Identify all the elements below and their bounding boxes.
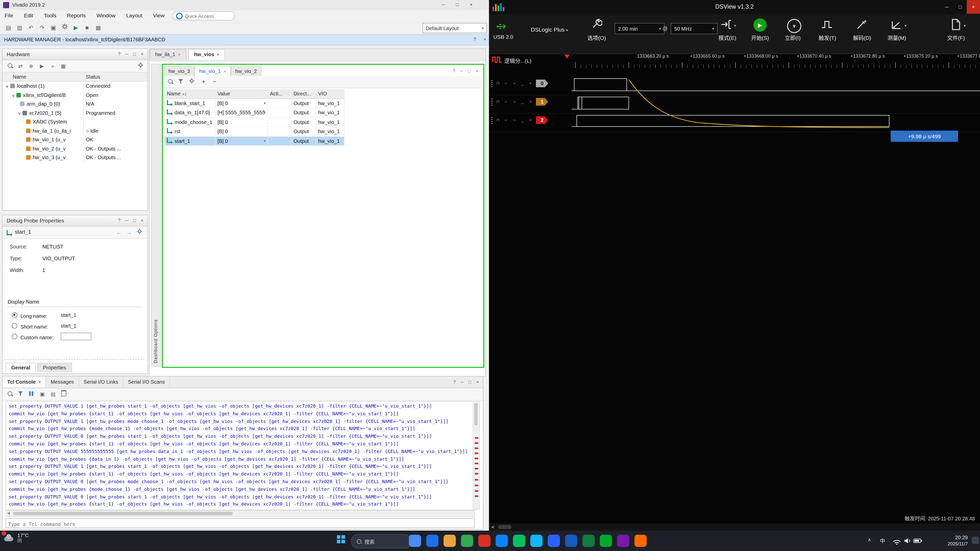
value-dropdown-icon[interactable]: ▾ [264,108,266,117]
radio-icon[interactable] [12,333,18,339]
tab-messages[interactable]: Messages [46,376,79,387]
settings-gear-icon[interactable] [60,24,69,32]
taskbar-app-icon[interactable] [565,535,577,547]
tcl-command-input[interactable] [6,520,474,529]
run-icon[interactable]: ▶ [38,62,46,70]
tree-row-arm-dap[interactable]: arm_dap_0 (0)N/A [3,100,148,108]
select-all-icon[interactable]: ▤ [49,390,57,398]
redo-icon[interactable]: ↷ [38,24,46,32]
radio-icon[interactable] [12,323,18,329]
radio-custom-name[interactable]: Custom name: [12,333,54,340]
back-arrow-icon[interactable]: ← [115,229,123,236]
vio-row-start-1-selected[interactable]: start_1 [B] 0▾ Output hw_vio_1 [165,137,345,146]
custom-name-input[interactable] [61,333,91,340]
hardware-panel-header[interactable]: Hardware ? ─ □ × [3,49,148,60]
chevron-down-icon[interactable]: ▾ [734,24,736,28]
hardware-table-header[interactable]: Name Status [3,73,148,82]
mode-icon[interactable] [720,18,732,30]
drag-handle[interactable] [491,117,493,124]
console-output[interactable]: set_property OUTPUT_VALUE 1 [get_hw_prob… [6,401,477,510]
tab-tcl-console[interactable]: Tcl Console× [3,376,46,387]
taskbar-app-icon[interactable] [513,535,525,547]
tcl-input[interactable] [6,518,475,528]
minimize-icon[interactable]: ─ [123,49,130,60]
notification-center-icon[interactable] [972,537,979,544]
chevron-down-icon[interactable]: ▾ [904,24,907,28]
layout-grid-icon[interactable]: ▦ [94,24,103,32]
tree-row-hw-vio-3[interactable]: hw_vio_3 (u_vOK - Outputs ... [3,153,148,162]
options-label[interactable]: 选项(O) [582,34,611,41]
taskbar-app-icon[interactable] [426,535,438,547]
tree-row-xc7z020[interactable]: ∨xc7z020_1 (5)Programmed [3,108,148,118]
decode-label[interactable]: 解码(D) [847,34,877,41]
chevron-down-icon[interactable]: ▾ [964,24,966,28]
menu-view[interactable]: View [148,10,169,18]
console-vscrollbar[interactable] [473,401,480,509]
maximize-icon[interactable]: □ [130,49,138,60]
drag-handle[interactable] [491,80,493,87]
taskbar-app-icon[interactable] [409,535,421,547]
tree-row-hw-vio-1[interactable]: hw_vio_1 (u_vOK [3,135,148,144]
close-icon[interactable]: × [473,66,481,76]
tab-hw-vio-3[interactable]: hw_vio_3 [164,66,195,76]
file-icon[interactable] [950,18,962,30]
taskbar-app-icon[interactable] [582,535,595,547]
tab-serial-io-scans[interactable]: Serial I/O Scans [123,376,170,387]
maximize-icon[interactable]: □ [466,66,473,76]
taskbar-app-icon[interactable] [496,535,508,547]
radio-long-name[interactable]: Long name:start_1 [12,312,48,319]
help-icon[interactable]: ? [115,215,123,226]
tab-serial-io-links[interactable]: Serial I/O Links [79,376,124,387]
taskbar-app-icon[interactable] [635,535,647,547]
vio-table-header[interactable]: Name ∧1 Value Acti... Direct... VIO [165,89,345,99]
close-icon[interactable]: × [138,215,146,226]
program-icon[interactable]: ▦ [59,62,67,70]
minimize-icon[interactable]: ─ [940,0,953,14]
close-icon[interactable]: × [217,52,220,57]
close-icon[interactable]: × [38,380,41,385]
tree-row-board[interactable]: ∨xilinx_tcf/Digilent/BOpen [3,91,148,100]
tree-row-xadc[interactable]: XADC (System [3,118,148,126]
value-dropdown-icon[interactable]: ▾ [264,137,266,145]
close-icon[interactable]: × [474,377,481,388]
vio-row-mode-choose-1[interactable]: mode_choose_1 [B] 0 Output hw_vio_1 [165,118,345,127]
maximize-icon[interactable]: □ [953,0,967,14]
channel-1-header[interactable]: ⊓⌐¬_× 1 [491,98,548,106]
tab-general[interactable]: General [6,363,36,372]
measure-label[interactable]: 测量(M) [882,34,912,41]
connect-icon[interactable]: ⊕ [27,62,35,70]
taskbar-app-icon[interactable] [617,535,629,547]
remove-probe-icon[interactable]: − [210,78,218,86]
search-icon[interactable] [166,78,174,86]
scroll-thumb[interactable] [498,525,511,529]
ime-indicator[interactable]: 中 [880,537,885,545]
quick-access-search[interactable]: Quick Access [172,11,235,21]
layout-select[interactable]: Default Layout ▾ [423,23,487,33]
taskbar-app-icon[interactable] [461,535,473,547]
trigger-label[interactable]: 触发(T) [813,34,842,41]
tab-hw-vio-1[interactable]: hw_vio_1× [195,66,231,76]
vivado-titlebar[interactable]: Vivado 2019.2 ─ □ × [0,0,489,11]
start-button[interactable]: ▶ [753,18,767,32]
dsview-hscrollbar[interactable]: ◀ [489,524,980,530]
tray-chevron-up-icon[interactable]: ∧ [868,537,871,542]
forward-arrow-icon[interactable]: → [125,229,133,236]
add-probe-icon[interactable]: + [200,78,208,86]
channel-2-tag[interactable]: 2 [536,116,548,124]
menu-tools[interactable]: Tools [39,10,61,18]
value-dropdown-icon[interactable]: ▾ [264,99,266,108]
dashboard-options-strip[interactable]: Dashboard Options [151,64,161,367]
taskbar-app-icon[interactable] [444,535,456,547]
settings-gear-icon[interactable] [187,78,196,86]
console-hscrollbar[interactable]: ◀ [6,510,475,517]
menu-reports[interactable]: Reports [62,10,91,18]
pause-icon[interactable] [27,390,35,398]
trigger-icon[interactable] [821,18,833,30]
stop-icon[interactable]: ■ [83,24,91,32]
run-icon[interactable]: ▶ [72,24,80,32]
maximize-icon[interactable]: □ [466,377,474,388]
tab-properties[interactable]: Properties [37,363,72,372]
menu-edit[interactable]: Edit [19,10,38,18]
wrench-icon[interactable] [591,18,602,30]
help-icon[interactable]: ? [451,377,458,388]
